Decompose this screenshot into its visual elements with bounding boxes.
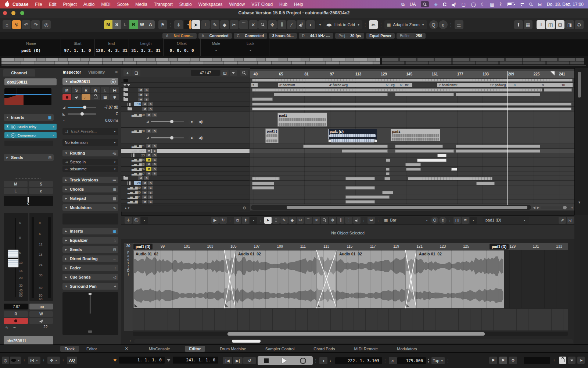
output-routing-dropdown[interactable]: ↦sdsumme▼	[62, 166, 118, 172]
audio-event[interactable]	[252, 107, 571, 110]
channel-edit-button[interactable]: e	[29, 188, 53, 194]
setup-toolbar-button[interactable]: ⛭	[575, 20, 584, 29]
audio-event[interactable]	[345, 195, 390, 199]
status-item-1[interactable]: A...Connected	[198, 33, 232, 39]
project-cursor[interactable]	[507, 71, 508, 205]
track-row-bassordner[interactable]: MS	[121, 92, 250, 97]
audio-event[interactable]	[405, 163, 421, 166]
menu-audio[interactable]: Audio	[83, 2, 95, 7]
channel-mute-button[interactable]: M	[4, 181, 28, 187]
solo-button[interactable]: S	[152, 163, 157, 166]
status-item-7[interactable]: Buffer ...256	[397, 33, 425, 39]
glue-tool[interactable]: ⌒	[239, 20, 248, 29]
inspector-m-button[interactable]: M	[62, 87, 71, 93]
tempo-track-button[interactable]: ♬	[389, 357, 397, 364]
audio-event[interactable]	[544, 88, 572, 92]
editor-part-dropdown[interactable]: pad1 (D)▼	[483, 217, 529, 224]
color-tool[interactable]: ◗	[306, 20, 315, 29]
solo-button[interactable]: S	[144, 88, 149, 92]
inspector-r-button[interactable]: R	[82, 87, 90, 93]
play-tool[interactable]	[297, 20, 305, 29]
track-row-acc1[interactable]: MS	[121, 176, 250, 181]
apple-menu-icon[interactable]	[5, 2, 9, 7]
mute-button[interactable]: M	[138, 98, 143, 101]
audio-event[interactable]	[274, 93, 388, 96]
editor-part-label-start[interactable]: pad1 (D)	[133, 244, 153, 250]
audio-event[interactable]	[408, 177, 492, 180]
zone-tab-editor[interactable]: Editor	[82, 346, 101, 352]
audio-event[interactable]	[382, 191, 393, 194]
edit-icon[interactable]: e	[11, 133, 15, 138]
crossfade-region[interactable]	[316, 250, 337, 308]
punch-settings-button[interactable]: ◎	[2, 357, 9, 364]
focus-moon-icon[interactable]: ☾	[481, 2, 485, 7]
display-icon[interactable]: ▢	[462, 2, 466, 7]
cycle-marker[interactable]: 8	[513, 83, 542, 87]
info-start[interactable]: Start97. 1. 1. 0	[61, 39, 95, 56]
arrange-lane-acc1sum1[interactable]	[250, 181, 574, 185]
record-enable-button[interactable]	[62, 94, 71, 100]
record-button[interactable]	[300, 358, 306, 364]
menu-cubase[interactable]: Cubase	[12, 2, 28, 7]
inspector-menu-icon[interactable]: ≡	[115, 70, 118, 75]
audio-event[interactable]: pad1	[391, 129, 440, 141]
solo-button[interactable]: S	[148, 186, 153, 190]
solo-button[interactable]: S	[152, 153, 157, 157]
editor-split-tool[interactable]: ✂	[297, 217, 304, 224]
solo-button[interactable]: S	[152, 113, 157, 117]
editor-lanes-button[interactable]: ≋	[462, 217, 469, 224]
info-end[interactable]: End128. 4. 3. 31	[94, 39, 129, 56]
open-in-window-button[interactable]: ⇗	[559, 217, 566, 224]
track-presets-dropdown[interactable]: ❏ Track Presets... ▼	[62, 128, 118, 135]
inspector-section-sends[interactable]: ►Sends⊟	[62, 246, 118, 253]
audition-button[interactable]: ▶	[211, 217, 219, 224]
position-display[interactable]: 222. 1. 3.103	[335, 357, 382, 364]
lower-zone-tab-sampler-control[interactable]: Sampler Control	[261, 346, 299, 352]
status-item-3[interactable]: 3 hours 04...	[269, 33, 297, 39]
arrange-zoom-controls[interactable]: ◀▶ +	[533, 205, 573, 210]
insert-slot-compressor[interactable]: ⊼eCompressor▼	[4, 132, 57, 138]
quantize-button[interactable]: Q	[429, 20, 438, 29]
lanes-button[interactable]: ▤	[101, 94, 110, 100]
solo-button[interactable]: S	[148, 195, 153, 199]
marker-prev-button[interactable]: ⚑	[489, 357, 497, 364]
cycle-marker[interactable]: 4: fläche weg	[328, 83, 386, 87]
track-scroll-arrows[interactable]: ▲▼	[124, 206, 130, 210]
mute-button[interactable]: M	[138, 176, 143, 180]
inspector-s-button[interactable]: S	[72, 87, 81, 93]
insert-slot-studiodelay[interactable]: ⊼eStudioDelay▼	[4, 124, 57, 130]
arrange-lane-arp[interactable]	[250, 158, 574, 162]
editor-layout-dropdown[interactable]: ▼	[470, 217, 477, 224]
ua-menu-item[interactable]: UA	[410, 2, 416, 7]
keyboard-icon[interactable]: ▦	[490, 2, 494, 7]
bottom-zone-button[interactable]: ⊟	[556, 20, 564, 29]
editor-grid-dropdown[interactable]: ▦Bar▼	[382, 217, 430, 224]
info-offset[interactable]: Offset0. 0. 0. 0	[163, 39, 201, 56]
editor-select-tool[interactable]: ➤	[264, 217, 272, 224]
menu-score[interactable]: Score	[117, 2, 129, 7]
audio-event[interactable]	[386, 159, 390, 162]
inspector-tab[interactable]: Inspector	[63, 70, 81, 74]
user-menu-icon[interactable]: ⊟	[538, 2, 542, 7]
inspector-section-fader[interactable]: ►Fader↕	[62, 265, 118, 271]
editor-audio-event[interactable]: Audio 01_02	[405, 250, 504, 308]
export-button[interactable]: ⬆	[514, 20, 523, 29]
track-row-arp[interactable]: ▃▅▂▆24MS	[121, 158, 250, 162]
menu-transport[interactable]: Transport	[154, 2, 173, 7]
audio-event[interactable]	[406, 168, 421, 171]
audio-event[interactable]	[252, 98, 273, 101]
audio-event[interactable]	[395, 93, 454, 96]
inspector-w-button[interactable]: W	[91, 87, 100, 93]
audio-event[interactable]	[456, 145, 540, 148]
bluetooth-icon[interactable]: ᛒ	[499, 2, 502, 7]
editor-h-scrollbar[interactable]	[133, 332, 568, 336]
mute-button[interactable]: M	[142, 186, 147, 190]
mute-button[interactable]: M	[146, 167, 151, 171]
lower-zone-button[interactable]: ◫	[546, 20, 555, 29]
arrange-h-scrollbar[interactable]	[251, 205, 531, 210]
peak-value[interactable]: -oo	[29, 304, 53, 309]
track-row-pad[interactable]: MS	[121, 107, 250, 112]
transport-setup-button[interactable]: ⚙	[509, 357, 517, 364]
audio-event[interactable]	[252, 103, 571, 106]
edit-channel-icon[interactable]: e	[111, 79, 116, 84]
